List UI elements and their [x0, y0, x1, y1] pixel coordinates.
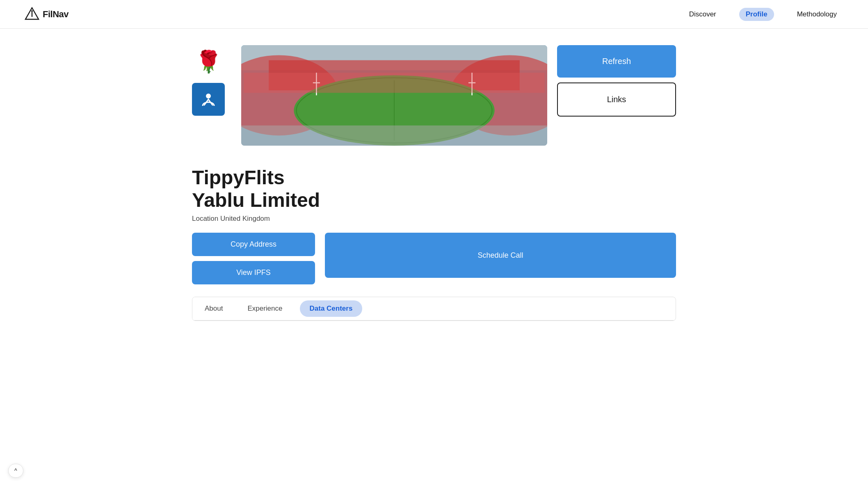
main-content: 🌹 — [167, 29, 701, 337]
copy-address-button[interactable]: Copy Address — [192, 233, 315, 256]
filnav-logo-icon — [25, 7, 39, 22]
left-buttons: Copy Address View IPFS — [192, 233, 315, 284]
tabs-section: About Experience Data Centers — [192, 297, 676, 321]
svg-point-2 — [31, 10, 33, 12]
buttons-column: Refresh Links — [557, 45, 676, 146]
svg-point-3 — [206, 94, 211, 98]
svg-rect-19 — [241, 126, 547, 146]
nav-discover[interactable]: Discover — [683, 8, 723, 21]
rose-logo-badge: 🌹 — [192, 45, 225, 78]
stadium-and-buttons: Refresh Links — [241, 45, 676, 146]
company-name-line2: Yablu Limited — [192, 189, 320, 211]
company-section: TippyFlits Yablu Limited Location United… — [192, 166, 676, 284]
tab-data-centers[interactable]: Data Centers — [300, 300, 363, 317]
company-name: TippyFlits Yablu Limited — [192, 166, 676, 211]
profile-logo-icon — [199, 89, 218, 109]
top-section: 🌹 — [192, 45, 676, 146]
location-text: Location United Kingdom — [192, 215, 676, 223]
stadium-image — [241, 45, 547, 146]
svg-rect-18 — [244, 73, 545, 93]
main-nav: Discover Profile Methodology — [683, 8, 843, 21]
tab-experience[interactable]: Experience — [235, 297, 295, 320]
profile-logo-badge — [192, 83, 225, 116]
refresh-button[interactable]: Refresh — [557, 45, 676, 78]
tab-about[interactable]: About — [192, 297, 235, 320]
logo-text: FilNav — [43, 9, 69, 20]
action-row: Copy Address View IPFS Schedule Call — [192, 233, 676, 284]
company-name-line1: TippyFlits — [192, 167, 285, 188]
links-button[interactable]: Links — [557, 82, 676, 117]
tabs-header: About Experience Data Centers — [192, 297, 676, 321]
view-ipfs-button[interactable]: View IPFS — [192, 261, 315, 284]
header: FilNav Discover Profile Methodology — [0, 0, 868, 29]
location-label: Location — [192, 215, 218, 222]
rose-icon: 🌹 — [195, 51, 222, 72]
location-value: United Kingdom — [220, 215, 270, 222]
logos-column: 🌹 — [192, 45, 225, 146]
nav-profile[interactable]: Profile — [739, 8, 774, 21]
nav-methodology[interactable]: Methodology — [790, 8, 843, 21]
logo-area: FilNav — [25, 7, 69, 22]
schedule-call-button[interactable]: Schedule Call — [325, 233, 676, 278]
